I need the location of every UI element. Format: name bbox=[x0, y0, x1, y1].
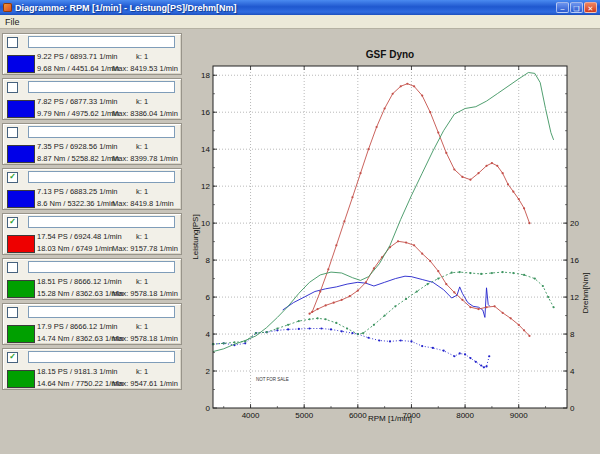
run-torque-label: 8.6 Nm / 5322.36 1/min bbox=[37, 199, 115, 208]
run-visible-checkbox[interactable] bbox=[7, 82, 18, 93]
run-power-label: 7.82 PS / 6877.33 1/min bbox=[37, 97, 117, 106]
run-k-label: k: 1 bbox=[136, 232, 148, 241]
run-visible-checkbox[interactable] bbox=[7, 262, 18, 273]
run-max-label: Max: 8399.78 1/min bbox=[112, 154, 178, 163]
run-max-label: Max: 9578.18 1/min bbox=[112, 289, 178, 298]
run-torque-label: 14.74 Nm / 8362.63 1/min bbox=[37, 334, 123, 343]
run-panel: 18.51 PS / 8666.12 1/min k: 1 15.28 Nm /… bbox=[2, 258, 182, 300]
run-visible-checkbox[interactable]: ✓ bbox=[7, 172, 18, 183]
run-k-label: k: 1 bbox=[136, 367, 148, 376]
run-torque-label: 14.64 Nm / 7750.22 1/min bbox=[37, 379, 123, 388]
main-area: 9.22 PS / 6893.71 1/min k: 1 9.68 Nm / 4… bbox=[0, 28, 600, 454]
run-k-label: k: 1 bbox=[136, 322, 148, 331]
run-torque-label: 15.28 Nm / 8362.63 1/min bbox=[37, 289, 123, 298]
run-panel: 7.35 PS / 6928.56 1/min k: 1 8.87 Nm / 5… bbox=[2, 123, 182, 165]
run-k-label: k: 1 bbox=[136, 277, 148, 286]
run-name-input[interactable] bbox=[28, 81, 175, 93]
run-k-label: k: 1 bbox=[136, 187, 148, 196]
svg-text:6: 6 bbox=[206, 293, 211, 302]
svg-text:20: 20 bbox=[570, 219, 579, 228]
run-panel: ✓ 17.54 PS / 6924.48 1/min k: 1 18.03 Nm… bbox=[2, 213, 182, 255]
run-visible-checkbox[interactable] bbox=[7, 37, 18, 48]
run-power-label: 18.51 PS / 8666.12 1/min bbox=[37, 277, 122, 286]
svg-text:16: 16 bbox=[201, 108, 210, 117]
run-panel: ✓ 7.13 PS / 6883.25 1/min k: 1 8.6 Nm / … bbox=[2, 168, 182, 210]
maximize-button[interactable]: ❏ bbox=[570, 2, 583, 13]
run-name-input[interactable] bbox=[28, 171, 175, 183]
run-max-label: Max: 8386.04 1/min bbox=[112, 109, 178, 118]
menu-file[interactable]: File bbox=[0, 17, 25, 27]
svg-text:14: 14 bbox=[201, 145, 210, 154]
run-visible-checkbox[interactable] bbox=[7, 127, 18, 138]
window-title: Diagramme: RPM [1/min] - Leistung[PS]/Dr… bbox=[15, 3, 237, 13]
dyno-chart-svg: 4000500060007000800090000246810121416180… bbox=[186, 28, 600, 454]
svg-text:8: 8 bbox=[570, 330, 575, 339]
run-panel: 7.82 PS / 6877.33 1/min k: 1 9.79 Nm / 4… bbox=[2, 78, 182, 120]
menubar: File bbox=[0, 15, 600, 29]
run-list: 9.22 PS / 6893.71 1/min k: 1 9.68 Nm / 4… bbox=[2, 33, 182, 393]
run-visible-checkbox[interactable] bbox=[7, 307, 18, 318]
run-visible-checkbox[interactable]: ✓ bbox=[7, 352, 18, 363]
window-controls: – ❏ ✕ bbox=[556, 2, 597, 13]
run-power-label: 17.54 PS / 6924.48 1/min bbox=[37, 232, 122, 241]
run-panel: ✓ 18.15 PS / 9181.3 1/min k: 1 14.64 Nm … bbox=[2, 348, 182, 390]
run-power-label: 17.9 PS / 8666.12 1/min bbox=[37, 322, 117, 331]
run-torque-label: 9.68 Nm / 4451.64 1/min bbox=[37, 64, 119, 73]
svg-text:0: 0 bbox=[206, 404, 211, 413]
titlebar: Diagramme: RPM [1/min] - Leistung[PS]/Dr… bbox=[0, 0, 600, 15]
app-window: Diagramme: RPM [1/min] - Leistung[PS]/Dr… bbox=[0, 0, 600, 454]
run-panel: 17.9 PS / 8666.12 1/min k: 1 14.74 Nm / … bbox=[2, 303, 182, 345]
run-max-label: Max: 9578.18 1/min bbox=[112, 334, 178, 343]
minimize-button[interactable]: – bbox=[556, 2, 569, 13]
svg-text:0: 0 bbox=[570, 404, 575, 413]
svg-text:12: 12 bbox=[201, 182, 210, 191]
run-visible-checkbox[interactable]: ✓ bbox=[7, 217, 18, 228]
run-torque-label: 8.87 Nm / 5258.82 1/min bbox=[37, 154, 119, 163]
run-power-label: 18.15 PS / 9181.3 1/min bbox=[37, 367, 117, 376]
run-panel: 9.22 PS / 6893.71 1/min k: 1 9.68 Nm / 4… bbox=[2, 33, 182, 75]
chart-title: GSF Dyno bbox=[213, 49, 567, 60]
run-power-label: 9.22 PS / 6893.71 1/min bbox=[37, 52, 117, 61]
run-max-label: Max: 9547.61 1/min bbox=[112, 379, 178, 388]
run-k-label: k: 1 bbox=[136, 52, 148, 61]
run-k-label: k: 1 bbox=[136, 142, 148, 151]
svg-text:4: 4 bbox=[570, 367, 575, 376]
svg-text:16: 16 bbox=[570, 256, 579, 265]
y-axis-label-right: Drehm[Nm] bbox=[581, 273, 590, 314]
svg-text:10: 10 bbox=[201, 219, 210, 228]
run-name-input[interactable] bbox=[28, 306, 175, 318]
run-torque-label: 9.79 Nm / 4975.62 1/min bbox=[37, 109, 119, 118]
y-axis-label-left: Leistung[PS] bbox=[191, 214, 200, 259]
watermark-text: NOT FOR SALE bbox=[256, 377, 289, 382]
run-power-label: 7.13 PS / 6883.25 1/min bbox=[37, 187, 117, 196]
figure-area: 4000500060007000800090000246810121416180… bbox=[186, 28, 600, 454]
app-icon bbox=[3, 3, 12, 12]
x-axis-label: RPM [1/min] bbox=[213, 414, 567, 423]
run-torque-label: 18.03 Nm / 6749 1/min bbox=[37, 244, 113, 253]
run-max-label: Max: 8419.53 1/min bbox=[112, 64, 178, 73]
run-name-input[interactable] bbox=[28, 216, 175, 228]
run-name-input[interactable] bbox=[28, 126, 175, 138]
run-name-input[interactable] bbox=[28, 351, 175, 363]
run-k-label: k: 1 bbox=[136, 97, 148, 106]
svg-text:12: 12 bbox=[570, 293, 579, 302]
svg-text:4: 4 bbox=[206, 330, 211, 339]
close-button[interactable]: ✕ bbox=[584, 2, 597, 13]
svg-text:18: 18 bbox=[201, 71, 210, 80]
run-name-input[interactable] bbox=[28, 261, 175, 273]
run-power-label: 7.35 PS / 6928.56 1/min bbox=[37, 142, 117, 151]
run-name-input[interactable] bbox=[28, 36, 175, 48]
run-max-label: Max: 8419.8 1/min bbox=[112, 199, 174, 208]
run-max-label: Max: 9157.78 1/min bbox=[112, 244, 178, 253]
svg-text:2: 2 bbox=[206, 367, 211, 376]
svg-text:8: 8 bbox=[206, 256, 211, 265]
